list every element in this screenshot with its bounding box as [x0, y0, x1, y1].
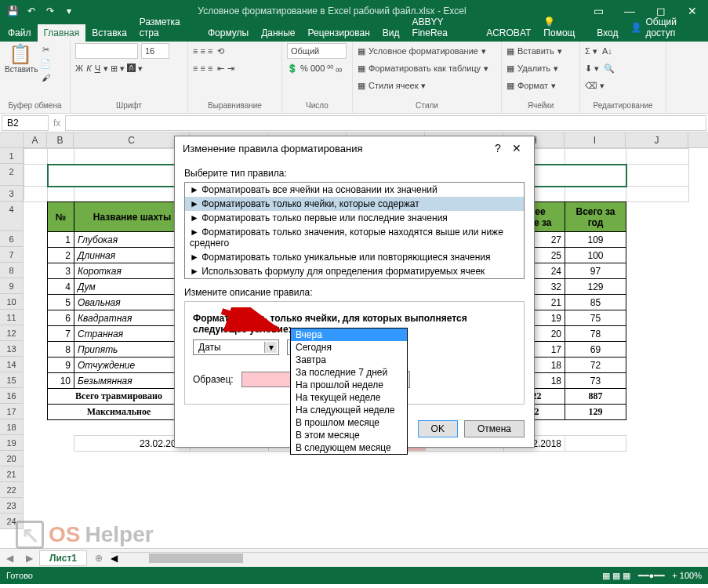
tell-me[interactable]: 💡 Помощ — [537, 13, 590, 42]
condition-type-combo[interactable]: Даты▾ — [193, 339, 279, 355]
align-bottom-row[interactable]: ≡ ≡ ≡ ⇤ ⇥ — [193, 60, 234, 76]
tab-view[interactable]: Вид — [376, 24, 406, 42]
formula-input[interactable] — [65, 115, 706, 131]
format-painter-icon[interactable]: 🖌 — [39, 71, 52, 84]
sheet-tab[interactable]: Лист1 — [39, 550, 87, 566]
rule-type-list[interactable]: ► Форматировать все ячейки на основании … — [184, 182, 525, 279]
align-top-row[interactable]: ≡ ≡ ≡ ⟲ — [193, 43, 224, 59]
tab-home[interactable]: Главная — [38, 24, 86, 42]
redo-icon[interactable]: ↷ — [42, 3, 58, 19]
dropdown-option[interactable]: На следующей неделе — [291, 404, 407, 416]
fx-icon[interactable]: fx — [53, 118, 60, 129]
tab-insert[interactable]: Вставка — [85, 24, 133, 42]
conditional-formatting-button[interactable]: ▦ Условное форматирование ▾ — [358, 43, 486, 59]
dropdown-option[interactable]: На прошлой неделе — [291, 379, 407, 391]
formula-bar: B2 fx — [0, 114, 708, 132]
status-ready: Готово — [6, 571, 33, 580]
quick-access-toolbar: 💾 ↶ ↷ ▾ — [0, 3, 82, 19]
delete-cells-button[interactable]: ▦ Удалить ▾ — [506, 60, 558, 76]
col-total: Всего за год — [565, 202, 626, 232]
dialog-title: Изменение правила форматирования — [183, 143, 488, 154]
dropdown-option[interactable]: За последние 7 дней — [291, 366, 407, 379]
group-number: Число — [287, 101, 347, 111]
tab-abbyy[interactable]: ABBYY FineRea — [406, 13, 481, 42]
status-bar: Готово ▦ ▦ ▦ ━━●━━ + 100% — [0, 567, 708, 584]
group-alignment: Выравнивание — [193, 101, 277, 111]
clear-button[interactable]: ⌫ ▾ — [585, 78, 605, 93]
dropdown-option[interactable]: Вчера — [291, 328, 407, 341]
date-dropdown-list[interactable]: ВчераСегодняЗавтраЗа последние 7 днейНа … — [290, 328, 408, 455]
rule-type-option[interactable]: ► Форматировать все ячейки на основании … — [185, 183, 524, 197]
autosum-button[interactable]: Σ ▾ A↓ — [585, 43, 612, 59]
number-icons[interactable]: 💲 % 000 ⁰⁰ ₀₀ — [287, 60, 342, 76]
horizontal-scrollbar[interactable]: ◀ — [111, 552, 708, 564]
tab-layout[interactable]: Разметка стра — [133, 13, 202, 42]
col-number: № — [48, 202, 74, 232]
svg-line-0 — [222, 311, 277, 329]
dialog-close-icon[interactable]: ✕ — [507, 142, 526, 154]
rule-type-option[interactable]: ► Форматировать только значения, которые… — [185, 225, 524, 250]
dropdown-option[interactable]: В следующем месяце — [291, 441, 407, 454]
dropdown-option[interactable]: На текущей неделе — [291, 391, 407, 404]
ribbon-tabs: Файл Главная Вставка Разметка стра Форму… — [0, 22, 708, 42]
edit-desc-label: Измените описание правила: — [184, 287, 525, 298]
group-styles: Стили — [358, 101, 496, 111]
dialog-help-icon[interactable]: ? — [488, 142, 507, 154]
cancel-button[interactable]: Отмена — [464, 420, 525, 437]
sheet-tab-bar: ◀ ▶ Лист1 ⊕ ◀ — [0, 548, 708, 567]
watermark: ↖OSHelper — [16, 521, 154, 549]
number-format-combo[interactable]: Общий — [287, 43, 347, 59]
group-clipboard: Буфер обмена — [5, 101, 65, 111]
font-size-combo[interactable]: 16 — [141, 43, 169, 59]
annotation-arrow — [218, 307, 289, 339]
rule-type-label: Выберите тип правила: — [184, 168, 525, 179]
row-headers[interactable]: 123 4 6789 10111213 14151617 18192021 22… — [0, 148, 24, 529]
cut-icon[interactable]: ✂ — [39, 43, 52, 56]
format-as-table-button[interactable]: ▦ Форматировать как таблицу ▾ — [358, 60, 488, 76]
rule-type-option[interactable]: ► Форматировать только первые или послед… — [185, 211, 524, 225]
dropdown-option[interactable]: Завтра — [291, 354, 407, 366]
sign-in[interactable]: Вход — [590, 24, 624, 42]
dropdown-option[interactable]: Сегодня — [291, 341, 407, 354]
max-label: Максимальное — [48, 405, 191, 420]
copy-icon[interactable]: 📄 — [39, 57, 52, 70]
sample-label: Образец: — [193, 374, 234, 385]
rule-type-option[interactable]: ► Форматировать только ячейки, которые с… — [185, 197, 524, 211]
total-label: Всего травмировано — [48, 389, 191, 405]
chevron-down-icon: ▾ — [264, 342, 277, 353]
sheet-nav-next-icon[interactable]: ▶ — [20, 553, 39, 564]
dropdown-option[interactable]: В этом месяце — [291, 429, 407, 441]
font-name-combo[interactable] — [75, 43, 138, 59]
tab-review[interactable]: Рецензирован — [302, 24, 376, 42]
table-title: К — [48, 165, 191, 187]
new-sheet-icon[interactable]: ⊕ — [87, 553, 111, 564]
fill-button[interactable]: ⬇ ▾ 🔍 — [585, 60, 615, 76]
cell-styles-button[interactable]: ▦ Стили ячеек ▾ — [358, 78, 426, 93]
undo-icon[interactable]: ↶ — [24, 3, 39, 19]
tab-formulas[interactable]: Формулы — [202, 24, 255, 42]
ok-button[interactable]: OK — [418, 420, 458, 437]
zoom-controls[interactable]: ▦ ▦ ▦ ━━●━━ + 100% — [602, 571, 702, 581]
rule-type-option[interactable]: ► Форматировать только уникальные или по… — [185, 250, 524, 264]
save-icon[interactable]: 💾 — [5, 3, 20, 19]
ribbon: 📋 Вставить ✂ 📄 🖌 Буфер обмена 16 Ж К Ч ▾… — [0, 42, 708, 114]
tab-file[interactable]: Файл — [2, 24, 38, 42]
title-bar: 💾 ↶ ↷ ▾ Условное форматирование в Excel … — [0, 0, 708, 22]
select-all-corner[interactable] — [0, 132, 24, 147]
share-button[interactable]: 👤 Общий доступ — [624, 13, 706, 42]
paste-button[interactable]: 📋 Вставить — [5, 43, 36, 74]
format-cells-button[interactable]: ▦ Формат ▾ — [506, 78, 556, 93]
col-name: Название шахты — [74, 202, 191, 232]
qat-dropdown-icon[interactable]: ▾ — [61, 3, 77, 19]
group-font: Шрифт — [75, 101, 183, 111]
insert-cells-button[interactable]: ▦ Вставить ▾ — [506, 43, 562, 59]
dropdown-option[interactable]: В прошлом месяце — [291, 416, 407, 429]
tab-acrobat[interactable]: ACROBAT — [480, 24, 537, 42]
font-style-row: Ж К Ч ▾ ⊞ ▾ 🅰 ▾ — [75, 60, 143, 76]
name-box[interactable]: B2 — [2, 115, 49, 131]
sheet-nav-prev-icon[interactable]: ◀ — [0, 553, 20, 564]
rule-type-option[interactable]: ► Использовать формулу для определения ф… — [185, 264, 524, 278]
group-cells: Ячейки — [506, 101, 575, 111]
tab-data[interactable]: Данные — [255, 24, 301, 42]
group-editing: Редактирование — [585, 101, 661, 111]
